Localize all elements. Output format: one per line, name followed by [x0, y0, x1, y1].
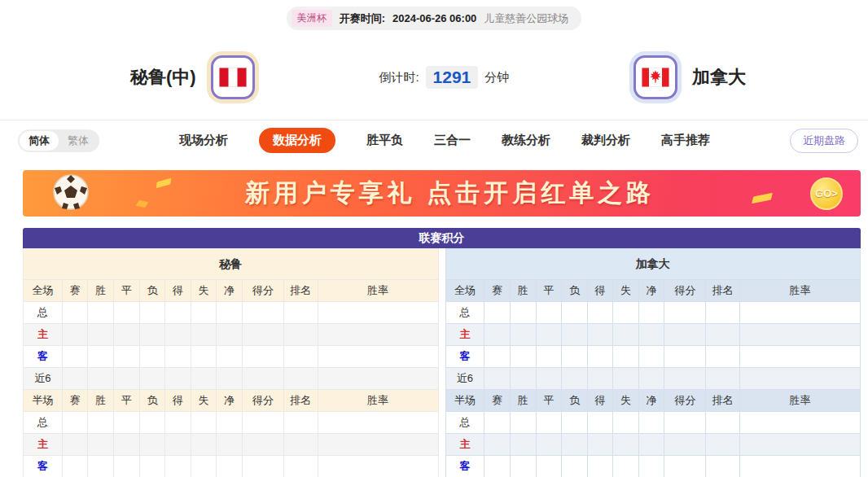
row-label-away: 客: [445, 456, 484, 477]
column-header: 得: [587, 390, 613, 412]
tab-3[interactable]: 三合一: [434, 129, 471, 152]
stat-cell: [191, 346, 217, 368]
stat-cell: [510, 324, 536, 346]
home-team: 秘鲁(中): [130, 55, 255, 99]
stat-cell: [88, 412, 114, 434]
stat-cell: [740, 412, 861, 434]
stat-cell: [283, 368, 318, 390]
stat-cell: [62, 324, 88, 346]
column-header: 负: [562, 390, 588, 412]
row-label-total: 总: [445, 412, 484, 434]
stat-cell: [740, 324, 861, 346]
stat-cell: [318, 368, 438, 390]
stat-cell: [242, 368, 283, 390]
row-label-recent: 近6: [24, 368, 63, 390]
stat-cell: [139, 302, 165, 324]
stat-cell: [62, 302, 88, 324]
stat-cell: [88, 456, 114, 477]
column-header: 胜: [88, 280, 114, 302]
lang-option-1[interactable]: 繁体: [59, 131, 98, 151]
stat-cell: [510, 302, 536, 324]
column-header: 得分: [242, 390, 283, 412]
stat-cell: [587, 346, 613, 368]
column-header: 胜率: [740, 280, 861, 302]
analysis-tabs: 现场分析数据分析胜平负三合一教练分析裁判分析高手推荐: [99, 128, 790, 153]
canada-flag-icon: [633, 55, 677, 99]
column-header: 平: [536, 280, 562, 302]
stat-cell: [242, 302, 283, 324]
row-label-home: 主: [445, 434, 484, 456]
stat-cell: [664, 368, 706, 390]
stat-cell: [536, 302, 562, 324]
stat-cell: [613, 302, 639, 324]
tab-0[interactable]: 现场分析: [179, 129, 228, 152]
stat-cell: [318, 412, 438, 434]
column-header: 得: [165, 390, 191, 412]
column-header: 净: [638, 390, 664, 412]
column-header: 负: [139, 280, 165, 302]
section-header: 半场: [445, 390, 484, 412]
stat-cell: [638, 302, 664, 324]
stat-cell: [587, 412, 613, 434]
stat-cell: [484, 412, 511, 434]
stat-cell: [484, 324, 511, 346]
stat-cell: [706, 324, 740, 346]
stat-cell: [88, 324, 114, 346]
stat-cell: [510, 434, 536, 456]
stat-cell: [587, 368, 613, 390]
column-header: 得分: [664, 280, 706, 302]
column-header: 胜率: [318, 280, 438, 302]
column-header: 平: [114, 390, 140, 412]
stat-cell: [664, 434, 706, 456]
stat-cell: [740, 368, 861, 390]
column-header: 排名: [706, 390, 740, 412]
standings-table-home-side: 秘鲁全场赛胜平负得失净得分排名胜率总主客近6半场赛胜平负得失净得分排名胜率总主客…: [23, 248, 439, 477]
tab-5[interactable]: 裁判分析: [581, 129, 630, 152]
column-header: 胜: [510, 390, 536, 412]
stat-cell: [740, 434, 861, 456]
countdown: 倒计时: 1291 分钟: [379, 66, 509, 89]
section-header: 全场: [445, 280, 484, 302]
match-info-pill: 美洲杯 开赛时间: 2024-06-26 06:00 儿童慈善公园球场: [287, 7, 582, 30]
column-header: 失: [613, 280, 639, 302]
tab-4[interactable]: 教练分析: [502, 129, 550, 152]
banner-go-button[interactable]: GO>: [810, 177, 843, 210]
venue-name: 儿童慈善公园球场: [484, 11, 568, 26]
kickoff-time: 2024-06-26 06:00: [392, 12, 476, 24]
stat-cell: [484, 434, 511, 456]
stat-cell: [587, 324, 613, 346]
stat-cell: [562, 324, 588, 346]
column-header: 得: [587, 280, 613, 302]
stat-cell: [562, 434, 588, 456]
stat-cell: [191, 324, 217, 346]
stat-cell: [484, 456, 511, 477]
countdown-value: 1291: [426, 66, 479, 89]
column-header: 排名: [283, 390, 318, 412]
stat-cell: [536, 456, 562, 477]
stat-cell: [217, 434, 243, 456]
stat-cell: [165, 368, 191, 390]
table-team-name: 秘鲁: [24, 249, 439, 280]
stat-cell: [318, 346, 438, 368]
match-header: 秘鲁(中) 倒计时: 1291 分钟 加拿大: [0, 48, 868, 107]
language-toggle[interactable]: 简体繁体: [18, 129, 99, 152]
column-header: 胜: [510, 280, 536, 302]
stat-cell: [217, 368, 243, 390]
stat-cell: [638, 324, 664, 346]
stat-cell: [587, 434, 613, 456]
stat-cell: [165, 412, 191, 434]
promo-banner[interactable]: 新用户专享礼 点击开启红单之路 GO>: [23, 170, 861, 217]
column-header: 得: [165, 280, 191, 302]
lang-option-0[interactable]: 简体: [20, 131, 59, 151]
stat-cell: [664, 302, 706, 324]
stat-cell: [638, 346, 664, 368]
stat-cell: [562, 456, 588, 477]
recent-trends-button[interactable]: 近期盘路: [790, 129, 858, 153]
stat-cell: [740, 302, 861, 324]
stat-cell: [114, 368, 140, 390]
tab-1[interactable]: 数据分析: [259, 128, 335, 153]
tab-6[interactable]: 高手推荐: [661, 129, 710, 152]
tab-2[interactable]: 胜平负: [366, 129, 403, 152]
row-label-home: 主: [24, 434, 63, 456]
stat-cell: [318, 456, 438, 477]
